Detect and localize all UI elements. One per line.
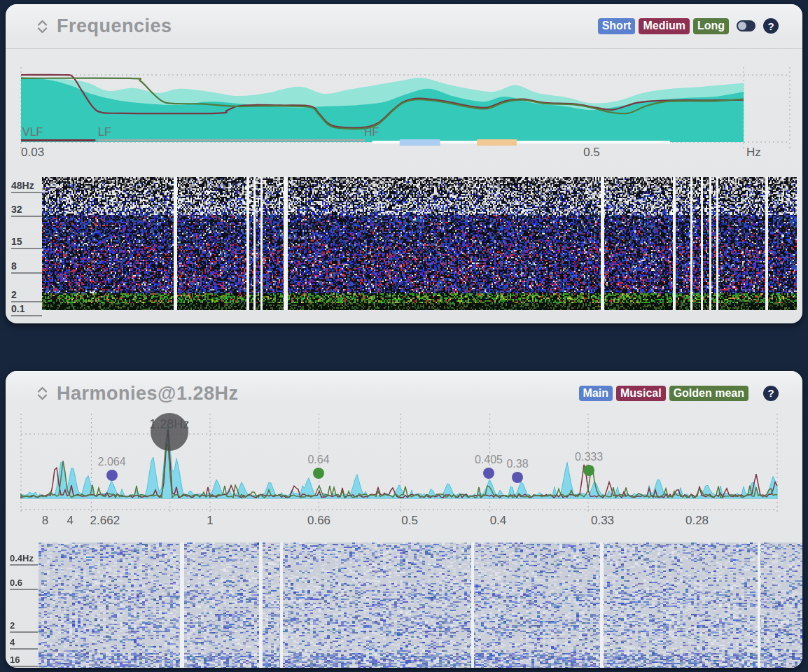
harmonic-marker-label: 0.38 <box>506 458 528 470</box>
chevron-down-icon <box>36 27 48 34</box>
legend-short-button[interactable]: Short <box>598 18 636 34</box>
collapse-expand-control[interactable] <box>36 19 48 34</box>
frequency-bands-chart[interactable] <box>6 64 802 159</box>
legend-golden-mean-button[interactable]: Golden mean <box>669 386 748 401</box>
harmonic-marker-label: 0.333 <box>575 451 603 463</box>
spectrogram-ytick-label: 8 <box>11 260 42 274</box>
legend-long-button[interactable]: Long <box>693 18 729 34</box>
legend-main-button[interactable]: Main <box>579 386 613 401</box>
spectrogram-ytick-label: 2 <box>10 620 38 633</box>
harmonies-spectrogram: 0.4Hz0.62416 <box>6 542 802 668</box>
harmonic-marker-label: 2.064 <box>98 456 126 468</box>
lf-band-label: LF <box>98 126 111 139</box>
harmonies-help-button[interactable]: ? <box>763 386 779 401</box>
legend-toggle[interactable] <box>737 20 755 31</box>
spectrogram-ytick-label: 48Hz <box>11 180 42 193</box>
spectrogram-ytick-label: 16 <box>10 654 38 667</box>
frequencies-panel: Frequencies Short Medium Long ? VLF LF H… <box>6 4 802 323</box>
chevron-up-icon <box>36 19 48 27</box>
toggle-knob <box>738 22 746 30</box>
band-range-bar <box>477 139 517 146</box>
harmonic-marker[interactable] <box>583 465 594 476</box>
freq-axis-mid-label: 0.5 <box>583 146 600 160</box>
frequencies-title: Frequencies <box>57 15 172 37</box>
band-range-bar <box>21 139 95 141</box>
frequencies-spectrogram: 48Hz3215820.1 <box>6 177 802 312</box>
band-range-bar <box>97 139 365 141</box>
harmonies-xtick-label: 0.4 <box>490 514 507 528</box>
legend-medium-button[interactable]: Medium <box>639 18 689 34</box>
frequency-bands-svg <box>6 64 802 159</box>
frequencies-spectrogram-axis: 48Hz3215820.1 <box>6 177 42 312</box>
legend-musical-button[interactable]: Musical <box>616 386 666 401</box>
spectrogram-ytick-label: 0.6 <box>10 578 38 590</box>
harmonic-marker[interactable] <box>106 470 118 481</box>
harmonies-spectrogram-canvas[interactable] <box>39 542 802 668</box>
harmonies-legend: Main Musical Golden mean ? <box>579 386 779 401</box>
harmonic-marker-label: 1.28Hz <box>149 417 189 432</box>
harmonic-marker[interactable] <box>512 472 523 483</box>
spectrogram-ytick-label: 2 <box>11 289 42 302</box>
harmonic-marker-label: 0.64 <box>307 454 329 466</box>
harmonies-xtick-label: 8 <box>42 514 48 528</box>
frequencies-spectrogram-canvas[interactable] <box>42 177 797 310</box>
collapse-expand-control[interactable] <box>36 386 48 401</box>
spectrogram-ytick-label: 4 <box>10 637 38 650</box>
frequencies-help-button[interactable]: ? <box>763 18 779 34</box>
chevron-up-icon <box>36 386 48 393</box>
frequencies-header: Frequencies Short Medium Long ? <box>6 4 802 49</box>
spectrogram-ytick-label: 0.4Hz <box>10 553 38 566</box>
harmonic-marker[interactable] <box>483 468 494 479</box>
freq-axis-min-label: 0.03 <box>21 146 44 160</box>
harmonic-marker-label: 0.405 <box>475 454 503 466</box>
harmonies-xtick-label: 0.5 <box>401 514 418 528</box>
spectrogram-ytick-label: 15 <box>11 236 42 249</box>
harmonies-xtick-label: 1 <box>207 514 213 528</box>
chevron-down-icon <box>36 393 48 401</box>
hf-band-label: HF <box>364 126 379 139</box>
harmonies-header: Harmonies@1.28Hz Main Musical Golden mea… <box>6 371 802 416</box>
harmonies-xtick-label: 0.33 <box>591 514 614 528</box>
spectrogram-ytick-label: 32 <box>11 204 42 217</box>
series-main-spectrum <box>21 424 777 498</box>
harmonic-marker[interactable] <box>313 468 324 479</box>
harmonies-xtick-label: 0.28 <box>685 514 709 528</box>
spectrogram-ytick-label: 0.1 <box>11 303 42 316</box>
harmonies-xtick-label: 2.662 <box>90 514 120 528</box>
harmonies-panel: Harmonies@1.28Hz Main Musical Golden mea… <box>6 371 802 668</box>
frequencies-legend: Short Medium Long ? <box>598 18 779 34</box>
harmonies-title: Harmonies@1.28Hz <box>57 383 238 405</box>
freq-axis-unit-label: Hz <box>746 146 761 160</box>
vlf-band-label: VLF <box>22 126 43 139</box>
harmonies-xtick-label: 4 <box>67 514 73 528</box>
app-background: Frequencies Short Medium Long ? VLF LF H… <box>0 0 808 672</box>
band-range-bar <box>400 139 440 146</box>
harmonies-spectrogram-axis: 0.4Hz0.62416 <box>6 542 42 668</box>
harmonies-xtick-label: 0.66 <box>307 514 330 528</box>
